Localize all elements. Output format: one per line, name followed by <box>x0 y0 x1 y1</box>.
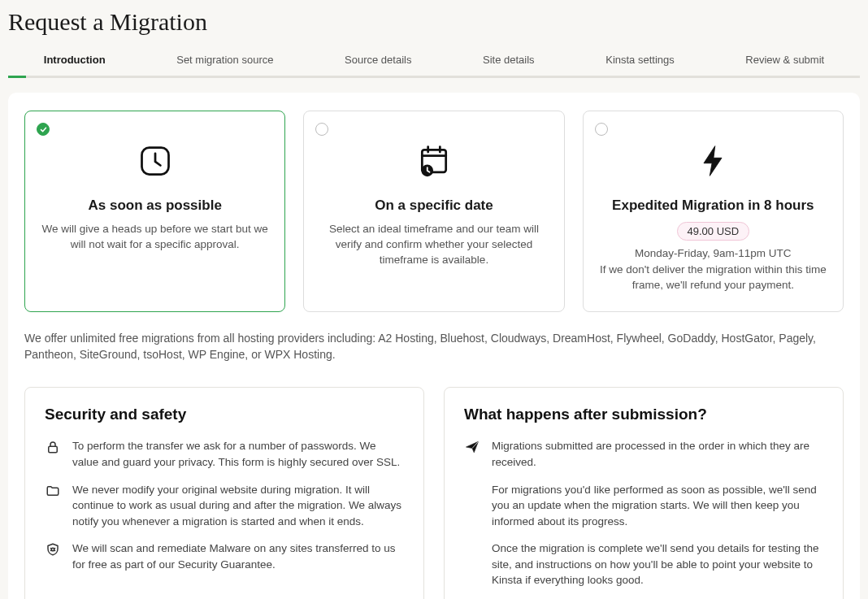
security-card: Security and safety To perform the trans… <box>24 387 424 599</box>
providers-note: We offer unlimited free migrations from … <box>24 330 844 363</box>
page-title: Request a Migration <box>0 0 868 47</box>
clock-icon <box>40 142 270 180</box>
tab-source-details[interactable]: Source details <box>341 47 414 72</box>
shield-bug-icon <box>45 541 61 558</box>
security-heading: Security and safety <box>45 406 404 423</box>
expedited-hours: Monday-Friday, 9am-11pm UTC <box>598 247 828 259</box>
after-p3: Once the migration is complete we'll sen… <box>492 540 823 588</box>
tab-site-details[interactable]: Site details <box>480 47 538 72</box>
after-submission-card: What happens after submission? Migration… <box>444 387 844 599</box>
tab-review-submit[interactable]: Review & submit <box>742 47 827 72</box>
folder-icon <box>45 483 61 499</box>
lock-icon <box>45 439 61 455</box>
progress-fill <box>8 76 26 78</box>
tab-introduction[interactable]: Introduction <box>41 47 109 72</box>
tab-kinsta-settings[interactable]: Kinsta settings <box>602 47 678 72</box>
after-p2: For migrations you'd like performed as s… <box>492 482 823 530</box>
security-item-malware: We will scan and remediate Malware on an… <box>45 540 404 572</box>
progress-track <box>8 76 860 78</box>
option-specific-date[interactable]: On a specific date Select an ideal timef… <box>303 111 564 312</box>
after-paragraphs: Migrations submitted are processed in th… <box>492 438 823 588</box>
expedited-price-badge: 49.00 USD <box>677 222 750 241</box>
option-expedited-title: Expedited Migration in 8 hours <box>598 197 828 214</box>
info-row: Security and safety To perform the trans… <box>24 387 844 599</box>
after-heading: What happens after submission? <box>464 406 823 423</box>
option-specific-desc: Select an ideal timeframe and our team w… <box>319 222 549 268</box>
svg-rect-3 <box>49 447 58 454</box>
migration-timing-options: As soon as possible We will give a heads… <box>24 111 844 312</box>
tab-set-migration-source[interactable]: Set migration source <box>173 47 276 72</box>
security-item-text: We never modify your original website du… <box>72 482 404 530</box>
option-asap-desc: We will give a heads up before we start … <box>40 222 270 253</box>
security-item-ssl: To perform the transfer we ask for a num… <box>45 438 404 470</box>
lightning-icon <box>598 142 828 180</box>
security-item-text: We will scan and remediate Malware on an… <box>72 540 404 572</box>
security-item-nomodify: We never modify your original website du… <box>45 482 404 530</box>
after-p1: Migrations submitted are processed in th… <box>492 438 823 470</box>
paper-plane-icon <box>464 439 480 455</box>
radio-expedited[interactable] <box>595 123 608 136</box>
security-item-text: To perform the transfer we ask for a num… <box>72 438 404 470</box>
calendar-clock-icon <box>319 142 549 180</box>
option-asap[interactable]: As soon as possible We will give a heads… <box>24 111 285 312</box>
radio-specific-date[interactable] <box>315 123 328 136</box>
option-specific-title: On a specific date <box>319 197 549 214</box>
step-tabs: Introduction Set migration source Source… <box>0 47 868 72</box>
main-card: As soon as possible We will give a heads… <box>8 93 860 599</box>
after-first-row: Migrations submitted are processed in th… <box>464 438 823 588</box>
option-expedited-desc: If we don't deliver the migration within… <box>598 263 828 293</box>
option-expedited[interactable]: Expedited Migration in 8 hours 49.00 USD… <box>583 111 844 312</box>
option-asap-title: As soon as possible <box>40 197 270 214</box>
radio-asap[interactable] <box>37 123 50 136</box>
